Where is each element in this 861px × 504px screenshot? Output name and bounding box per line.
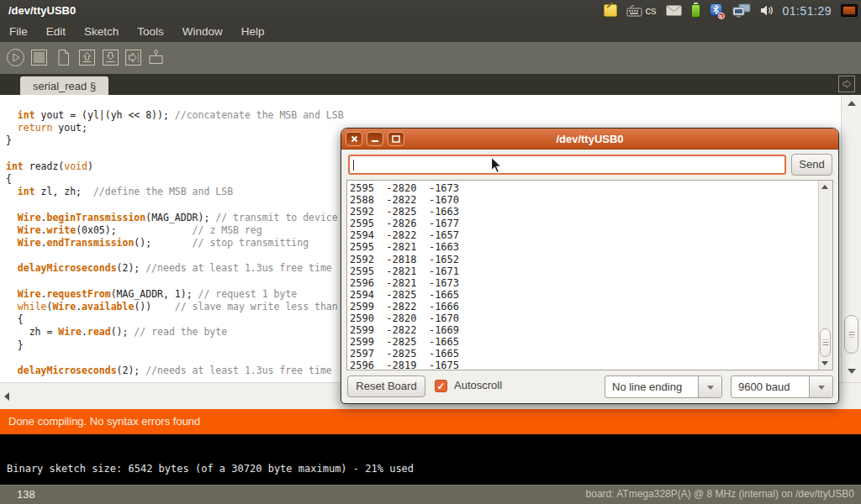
stop-icon <box>29 48 49 67</box>
serial-output-text: 2595 -2820 -16732588 -2822 -16702592 -28… <box>350 182 817 370</box>
desktop: /dev/ttyUSB0 cs x <box>0 0 861 504</box>
verify-icon <box>6 48 25 67</box>
tab-menu-button[interactable] <box>837 75 857 94</box>
console-text: Binary sketch size: 6542 bytes (of a 307… <box>7 463 414 475</box>
serial-scroll-up-icon[interactable] <box>821 185 828 189</box>
clock[interactable]: 01:51:29 <box>783 4 832 18</box>
board-info: board: ATmega328P(A) @ 8 MHz (internal) … <box>586 486 854 503</box>
new-icon <box>54 48 73 67</box>
serial-output-line: 2592 -2818 -1652 <box>350 254 817 265</box>
send-button[interactable]: Send <box>791 154 832 176</box>
serial-output-line: 2595 -2820 -1673 <box>350 182 817 194</box>
footer-status-bar: 138 board: ATmega328P(A) @ 8 MHz (intern… <box>0 485 861 504</box>
system-tray: cs x 0 <box>604 0 858 21</box>
serial-output-line: 2594 -2825 -1665 <box>350 289 817 301</box>
dropdown-button[interactable] <box>698 376 721 397</box>
new-button[interactable] <box>54 48 73 67</box>
scroll-up-icon[interactable] <box>848 101 856 106</box>
upload-icon <box>124 48 143 67</box>
line-number: 138 <box>17 486 35 503</box>
save-icon <box>101 48 120 67</box>
reset-board-button[interactable]: Reset Board <box>347 375 425 397</box>
stop-button[interactable] <box>29 48 49 67</box>
serial-output-line: 2595 -2821 -1663 <box>350 241 817 253</box>
autoscroll-label: Autoscroll <box>454 379 502 391</box>
save-button[interactable] <box>101 48 120 67</box>
serial-monitor-icon <box>146 48 166 67</box>
tab-label: serial_read § <box>33 80 96 92</box>
serial-monitor-button[interactable] <box>146 48 166 67</box>
tab-serial-read[interactable]: serial_read § <box>20 76 108 95</box>
battery-icon[interactable] <box>691 4 700 18</box>
serial-output-line: 2595 -2821 -1671 <box>350 265 817 277</box>
serial-output-line: 2599 -2822 -1666 <box>350 301 817 312</box>
serial-input-row: Send <box>341 150 838 180</box>
editor-vertical-scrollbar[interactable] <box>841 95 861 382</box>
keyboard-icon <box>626 4 642 18</box>
window-title-text: /dev/ttyUSB0 <box>8 0 76 21</box>
network-icon[interactable] <box>732 3 751 18</box>
open-button[interactable] <box>77 48 97 67</box>
serial-monitor-title: /dev/ttyUSB0 <box>341 129 838 150</box>
serial-output-line: 2592 -2825 -1663 <box>350 206 817 218</box>
tab-bar: serial_read § <box>0 74 861 95</box>
baud-rate-dropdown[interactable]: 9600 baud <box>731 375 833 398</box>
scroll-left-icon[interactable] <box>4 392 9 401</box>
serial-output-area[interactable]: 2595 -2820 -16732588 -2822 -16702592 -28… <box>346 180 833 370</box>
autoscroll-checkbox[interactable]: ✓ <box>435 380 447 392</box>
keyboard-indicator[interactable]: cs <box>626 4 657 18</box>
menu-edit[interactable]: Edit <box>37 21 75 42</box>
text-caret <box>353 160 354 171</box>
chevron-down-icon <box>707 386 714 390</box>
menu-file[interactable]: File <box>0 21 37 42</box>
menu-help[interactable]: Help <box>232 21 274 42</box>
serial-output-line: 2599 -2825 -1665 <box>350 336 817 348</box>
serial-output-line: 2594 -2822 -1657 <box>350 229 817 241</box>
serial-scroll-down-icon[interactable] <box>821 361 828 365</box>
bluetooth-icon[interactable]: x <box>710 3 723 18</box>
line-ending-dropdown[interactable]: No line ending <box>605 375 722 398</box>
chevron-down-icon <box>818 386 825 390</box>
menubar: FileEditSketchToolsWindowHelp <box>0 21 861 42</box>
status-message: Done compiling. No syntax errors found <box>8 409 200 434</box>
close-button[interactable] <box>346 132 362 146</box>
open-icon <box>77 48 97 67</box>
status-bar: Done compiling. No syntax errors found <box>0 409 861 434</box>
serial-input[interactable] <box>348 155 786 175</box>
minimize-button[interactable] <box>367 132 383 146</box>
serial-output-line: 2597 -2825 -1665 <box>350 348 817 360</box>
notes-icon[interactable] <box>604 4 617 17</box>
upload-button[interactable] <box>124 48 143 67</box>
serial-scrollbar[interactable] <box>818 181 832 370</box>
keyboard-layout-label: cs <box>646 4 657 17</box>
serial-monitor-titlebar[interactable]: /dev/ttyUSB0 <box>341 129 838 150</box>
serial-controls-row: Reset Board ✓ Autoscroll No line ending … <box>341 370 838 403</box>
volume-icon[interactable] <box>760 4 774 17</box>
serial-output-line: 2590 -2820 -1670 <box>350 312 817 324</box>
verify-button[interactable] <box>6 48 25 67</box>
menu-sketch[interactable]: Sketch <box>75 21 128 42</box>
menu-tools[interactable]: Tools <box>128 21 173 42</box>
serial-monitor-window: /dev/ttyUSB0 Send 2595 -2820 -16732588 -… <box>341 128 839 404</box>
code-line: int yout = (yl|(yh << 8)); //concatenate… <box>6 109 839 122</box>
dropdown-button[interactable] <box>809 376 832 397</box>
scroll-down-icon[interactable] <box>848 369 856 374</box>
toolbar <box>0 42 861 74</box>
serial-output-line: 2599 -2822 -1669 <box>350 324 817 336</box>
serial-output-line: 2596 -2821 -1673 <box>350 277 817 289</box>
baud-rate-value: 9600 baud <box>738 376 790 397</box>
maximize-button[interactable] <box>388 132 404 146</box>
editor-scrollbar-thumb[interactable] <box>844 315 858 354</box>
serial-output-line: 2588 -2822 -1670 <box>350 194 817 206</box>
menu-window[interactable]: Window <box>173 21 232 42</box>
mail-icon[interactable] <box>666 5 682 16</box>
serial-output-line: 2595 -2826 -1677 <box>350 218 817 229</box>
build-console: Binary sketch size: 6542 bytes (of a 307… <box>0 434 861 485</box>
serial-scrollbar-thumb[interactable] <box>820 328 831 357</box>
serial-output-line: 2596 -2819 -1675 <box>350 360 817 370</box>
line-ending-value: No line ending <box>612 376 682 397</box>
mouse-cursor <box>490 156 503 175</box>
display-session-icon[interactable] <box>841 4 858 17</box>
desktop-top-panel: /dev/ttyUSB0 cs x <box>0 0 861 21</box>
